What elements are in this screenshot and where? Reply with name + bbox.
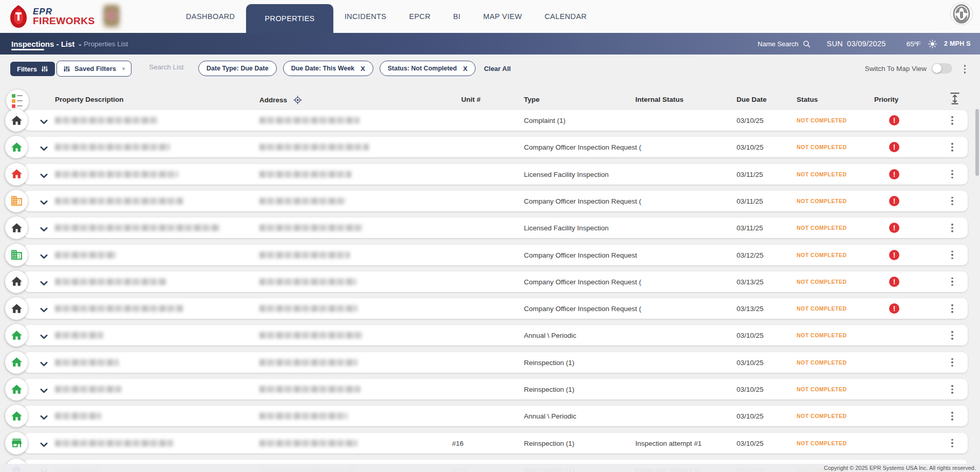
row-kebab-menu[interactable] bbox=[950, 357, 954, 368]
address-redacted bbox=[259, 332, 363, 339]
tab-epcr[interactable]: EPCR bbox=[398, 12, 442, 21]
home-icon[interactable] bbox=[5, 270, 28, 293]
building-icon[interactable] bbox=[5, 190, 28, 212]
view-switcher[interactable]: Inspections - List ⌄ bbox=[11, 33, 83, 55]
expand-row-chevron-icon[interactable] bbox=[40, 144, 48, 149]
address-redacted bbox=[259, 359, 357, 366]
expand-row-chevron-icon[interactable] bbox=[40, 413, 48, 418]
row-kebab-menu[interactable] bbox=[950, 223, 954, 233]
tab-properties[interactable]: PROPERTIES bbox=[246, 4, 333, 33]
inspection-type: Annual \ Periodic bbox=[524, 332, 576, 339]
name-search-button[interactable]: Name Search bbox=[758, 40, 810, 48]
status-badge: NOT COMPLETED bbox=[797, 386, 847, 392]
expand-row-chevron-icon[interactable] bbox=[40, 171, 48, 176]
expand-row-chevron-icon[interactable] bbox=[40, 332, 48, 337]
status-badge: NOT COMPLETED bbox=[797, 198, 847, 204]
inspection-type: Company Officer Inspection Request ( bbox=[524, 143, 642, 151]
table-row: Company Officer Inspection Request ( 03/… bbox=[0, 297, 980, 320]
due-date: 03/10/25 bbox=[737, 117, 764, 124]
inspection-type: Annual \ Periodic bbox=[524, 412, 576, 420]
row-kebab-menu[interactable] bbox=[950, 196, 954, 207]
home-icon[interactable] bbox=[5, 405, 28, 427]
store-icon[interactable] bbox=[5, 432, 28, 455]
table-row: Licensed Facility Inspection 03/11/25 NO… bbox=[0, 163, 980, 186]
priority-alert-icon bbox=[889, 196, 899, 206]
priority-alert-icon bbox=[889, 303, 899, 314]
home-icon[interactable] bbox=[5, 351, 28, 374]
inspection-type: Licensed Facility Inspection bbox=[524, 224, 609, 232]
address-redacted bbox=[259, 440, 357, 446]
expand-row-chevron-icon[interactable] bbox=[40, 225, 48, 230]
row-kebab-menu[interactable] bbox=[950, 411, 954, 422]
address-redacted bbox=[259, 305, 357, 312]
home-icon[interactable] bbox=[5, 163, 28, 186]
internal-status: Inspection attempt #1 bbox=[635, 439, 702, 447]
vertical-scrollbar-thumb[interactable] bbox=[975, 109, 979, 176]
row-kebab-menu[interactable] bbox=[950, 249, 954, 260]
status-badge: NOT COMPLETED bbox=[797, 305, 847, 312]
tab-calendar[interactable]: CALENDAR bbox=[533, 12, 598, 21]
epr-fireworks-logo[interactable]: EPR FIREWORKS bbox=[8, 5, 95, 28]
properties-list-tab[interactable]: Properties List bbox=[84, 40, 128, 48]
status-badge: NOT COMPLETED bbox=[797, 279, 847, 285]
expand-row-chevron-icon[interactable] bbox=[40, 440, 48, 445]
priority-alert-icon bbox=[889, 277, 899, 287]
expand-row-chevron-icon[interactable] bbox=[40, 386, 48, 391]
home-icon[interactable] bbox=[5, 136, 28, 158]
subheader-right: Name Search SUN 03/09/2025 65ºF 2 MPH S bbox=[758, 33, 971, 55]
property-description-redacted bbox=[55, 251, 116, 258]
home-icon[interactable] bbox=[5, 216, 28, 239]
tab-map-view[interactable]: MAP VIEW bbox=[472, 12, 533, 21]
expand-row-chevron-icon[interactable] bbox=[40, 359, 48, 365]
tab-bi[interactable]: BI bbox=[442, 12, 472, 21]
status-badge: NOT COMPLETED bbox=[797, 359, 847, 366]
chevron-down-icon: ⌄ bbox=[78, 41, 82, 47]
row-kebab-menu[interactable] bbox=[950, 384, 954, 395]
row-kebab-menu[interactable] bbox=[950, 438, 954, 448]
home-icon[interactable] bbox=[5, 378, 28, 401]
priority-alert-icon bbox=[889, 223, 899, 233]
row-kebab-menu[interactable] bbox=[950, 303, 954, 314]
footer-bar: Copyright © 2025 EPR Systems USA Inc. Al… bbox=[0, 464, 980, 472]
property-description-redacted bbox=[55, 171, 178, 177]
agency-badge-image bbox=[103, 5, 120, 28]
table-row: Licensed Facility Inspection 03/11/25 NO… bbox=[0, 216, 980, 239]
firefighter-helmet-icon bbox=[952, 4, 971, 24]
priority-alert-icon bbox=[889, 169, 899, 179]
building-icon[interactable] bbox=[5, 244, 28, 266]
inspections-list-dropdown[interactable]: Inspections - List bbox=[11, 40, 74, 48]
inspection-type: Company Officer Inspection Request bbox=[524, 251, 637, 259]
due-date: 03/10/25 bbox=[737, 439, 764, 447]
logo-text-epr: EPR bbox=[33, 7, 95, 16]
user-avatar[interactable] bbox=[950, 3, 973, 25]
row-kebab-menu[interactable] bbox=[950, 330, 954, 341]
address-redacted bbox=[259, 413, 348, 420]
tab-incidents[interactable]: INCIDENTS bbox=[333, 12, 398, 21]
expand-row-chevron-icon[interactable] bbox=[40, 252, 48, 257]
table-row: Annual \ Periodic 03/10/25 NOT COMPLETED bbox=[0, 324, 980, 347]
expand-row-chevron-icon[interactable] bbox=[40, 198, 48, 203]
unit-number: #16 bbox=[452, 439, 464, 447]
table-row: Annual \ Periodic 03/10/25 NOT COMPLETED bbox=[0, 405, 980, 427]
expand-row-chevron-icon[interactable] bbox=[40, 305, 48, 311]
property-description-redacted bbox=[55, 225, 220, 231]
top-header: EPR FIREWORKS DASHBOARDPROPERTIESINCIDEN… bbox=[0, 0, 980, 33]
address-redacted bbox=[259, 117, 360, 124]
property-description-redacted bbox=[55, 413, 101, 420]
tab-dashboard[interactable]: DASHBOARD bbox=[175, 12, 246, 21]
row-kebab-menu[interactable] bbox=[950, 169, 954, 179]
row-kebab-menu[interactable] bbox=[950, 115, 954, 126]
copyright-text: Copyright © 2025 EPR Systems USA Inc. Al… bbox=[824, 465, 976, 471]
property-description-redacted bbox=[55, 117, 158, 124]
sun-weather-icon bbox=[928, 40, 937, 48]
home-icon[interactable] bbox=[5, 109, 28, 132]
row-kebab-menu[interactable] bbox=[950, 142, 954, 153]
home-icon[interactable] bbox=[5, 297, 28, 320]
due-date: 03/13/25 bbox=[737, 278, 764, 285]
row-kebab-menu[interactable] bbox=[950, 277, 954, 287]
expand-row-chevron-icon[interactable] bbox=[40, 117, 48, 122]
inspection-type: Reinspection (1) bbox=[524, 386, 574, 393]
address-redacted bbox=[259, 171, 351, 177]
status-badge: NOT COMPLETED bbox=[797, 440, 847, 446]
expand-row-chevron-icon[interactable] bbox=[40, 279, 48, 284]
